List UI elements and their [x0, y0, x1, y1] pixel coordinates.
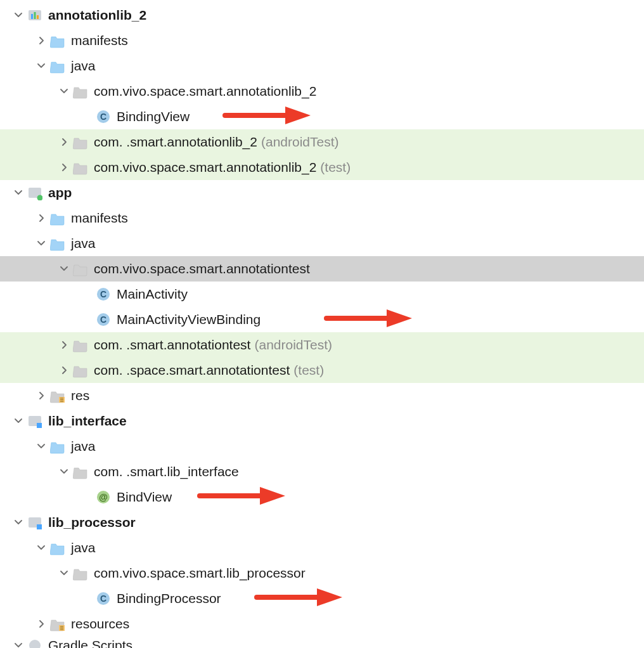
- class-label: BindingView: [117, 107, 190, 126]
- module-bars-icon: [27, 7, 43, 23]
- module-blue-icon: [27, 514, 43, 531]
- package-suffix: (test): [293, 361, 324, 379]
- package-label: com.vivo.space.smart.annotationlib_2: [94, 82, 316, 100]
- package-label: com.vivo.space.smart.annotationlib_2: [94, 158, 316, 176]
- chevron-down-icon[interactable]: [57, 566, 71, 580]
- package-icon: [72, 362, 89, 379]
- module-annotationlib_2[interactable]: annotationlib_2: [0, 3, 644, 28]
- package-test[interactable]: com.vivo.space.smart.annotationlib_2 (te…: [0, 155, 644, 180]
- folder-label: res: [71, 386, 89, 405]
- folder-label: manifests: [71, 31, 128, 49]
- folder-icon: [49, 32, 66, 49]
- chevron-right-icon[interactable]: [57, 338, 71, 352]
- chevron-down-icon[interactable]: [34, 439, 48, 453]
- gradle-icon: [27, 637, 43, 648]
- class-BindingProcessor[interactable]: BindingProcessor: [0, 586, 644, 611]
- chevron-down-icon[interactable]: [11, 414, 25, 428]
- arrow-annotation: [196, 483, 285, 513]
- class-BindingView[interactable]: BindingView: [0, 104, 644, 129]
- folder-java[interactable]: java: [0, 53, 644, 79]
- class-label: BindingProcessor: [117, 589, 221, 607]
- project-tree: annotationlib_2 manifests java com.vivo.…: [0, 0, 644, 648]
- module-label: lib_processor: [48, 513, 136, 531]
- chevron-down-icon[interactable]: [11, 186, 25, 200]
- class-icon: [95, 311, 112, 328]
- class-label: MainActivityViewBinding: [117, 310, 261, 328]
- module-label: app: [48, 183, 72, 202]
- module-lib_interface[interactable]: lib_interface: [0, 408, 644, 434]
- folder-label: java: [71, 437, 96, 455]
- folder-icon: [49, 210, 66, 226]
- package-main[interactable]: com.vivo.space.smart.annotationtest: [0, 256, 644, 282]
- chevron-right-icon[interactable]: [34, 34, 48, 48]
- arrow-annotation: [254, 585, 342, 614]
- package-icon: [72, 337, 89, 353]
- chevron-down-icon[interactable]: [57, 84, 71, 98]
- class-label: MainActivity: [117, 285, 188, 303]
- package-suffix: (androidTest): [254, 335, 332, 354]
- class-MainActivityViewBinding[interactable]: MainActivityViewBinding: [0, 307, 644, 332]
- folder-manifests[interactable]: manifests: [0, 205, 644, 231]
- chevron-down-icon[interactable]: [34, 237, 48, 250]
- folder-resources[interactable]: resources: [0, 611, 644, 637]
- package-icon: [72, 134, 89, 150]
- package-label: com.vivo.space.smart.annotationtest: [94, 259, 310, 278]
- module-label: annotationlib_2: [48, 6, 146, 24]
- folder-icon: [49, 235, 66, 252]
- package-icon: [72, 159, 89, 176]
- package-label: com. .smart.lib_interface: [94, 462, 239, 481]
- chevron-down-icon[interactable]: [11, 515, 25, 529]
- folder-java[interactable]: java: [0, 231, 644, 256]
- chevron-right-icon[interactable]: [34, 211, 48, 225]
- package-label: com.vivo.space.smart.lib_processor: [94, 564, 306, 582]
- chevron-right-icon[interactable]: [57, 135, 71, 149]
- package-suffix: (androidTest): [261, 133, 339, 151]
- chevron-down-icon[interactable]: [11, 638, 25, 648]
- package-suffix: (test): [320, 158, 351, 176]
- package-label: com. .smart.annotationlib_2: [94, 133, 257, 151]
- package-icon: [72, 261, 89, 277]
- class-icon: [95, 108, 112, 125]
- svg-point-18: [29, 640, 41, 648]
- package-main[interactable]: com. .smart.lib_interface: [0, 459, 644, 484]
- module-app[interactable]: app: [0, 180, 644, 205]
- class-MainActivity[interactable]: MainActivity: [0, 282, 644, 307]
- folder-java[interactable]: java: [0, 535, 644, 561]
- chevron-right-icon[interactable]: [57, 363, 71, 377]
- chevron-down-icon[interactable]: [11, 8, 25, 22]
- package-icon: [72, 83, 89, 100]
- folder-label: resources: [71, 614, 129, 633]
- gradle-scripts[interactable]: Gradle Scripts: [0, 637, 644, 648]
- module-label: lib_interface: [48, 411, 127, 430]
- chevron-down-icon[interactable]: [34, 541, 48, 555]
- chevron-down-icon[interactable]: [34, 59, 48, 73]
- package-test[interactable]: com. .space.smart.annotationtest (test): [0, 358, 644, 383]
- class-icon: [95, 590, 112, 607]
- chevron-down-icon[interactable]: [57, 262, 71, 276]
- folder-label: java: [71, 56, 96, 75]
- package-icon: [72, 463, 89, 480]
- package-icon: [72, 565, 89, 581]
- chevron-right-icon[interactable]: [34, 617, 48, 631]
- folder-java[interactable]: java: [0, 434, 644, 459]
- package-main[interactable]: com.vivo.space.smart.annotationlib_2: [0, 79, 644, 104]
- folder-icon: [49, 540, 66, 556]
- class-icon: [95, 286, 112, 302]
- folder-label: java: [71, 234, 96, 252]
- folder-manifests[interactable]: manifests: [0, 28, 644, 53]
- module-blue-icon: [27, 413, 43, 429]
- folder-icon: [49, 58, 66, 74]
- annotation-BindView[interactable]: BindView: [0, 484, 644, 510]
- package-androidTest[interactable]: com. .smart.annotationlib_2 (androidTest…: [0, 129, 644, 155]
- chevron-right-icon[interactable]: [57, 160, 71, 174]
- folder-icon: [49, 438, 66, 455]
- chevron-down-icon[interactable]: [57, 465, 71, 479]
- folder-res-icon: [49, 387, 66, 404]
- package-main[interactable]: com.vivo.space.smart.lib_processor: [0, 561, 644, 586]
- module-lib_processor[interactable]: lib_processor: [0, 510, 644, 535]
- chevron-right-icon[interactable]: [34, 389, 48, 403]
- annotation-icon: [95, 489, 112, 505]
- folder-res[interactable]: res: [0, 383, 644, 408]
- package-androidTest[interactable]: com. .smart.annotationtest (androidTest): [0, 332, 644, 358]
- folder-label: java: [71, 538, 96, 557]
